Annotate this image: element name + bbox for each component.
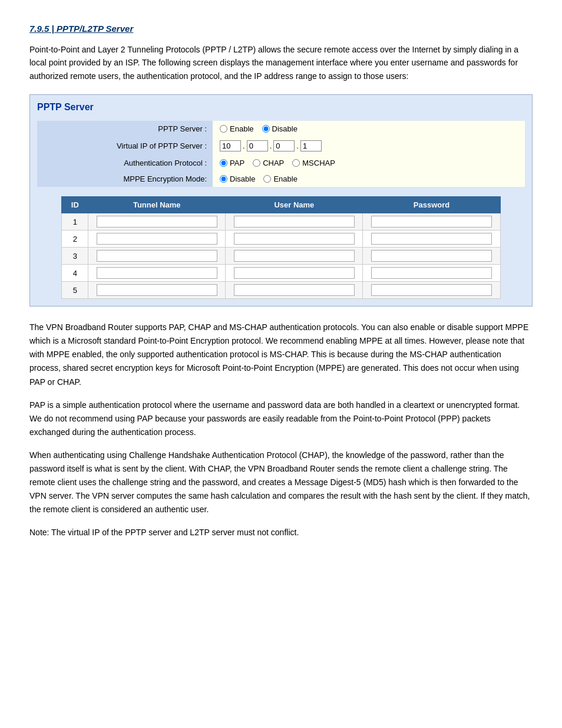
table-row: 3	[62, 248, 500, 265]
ip-sep-1: .	[242, 141, 246, 150]
auth-protocol-label: Authentication Protocol :	[37, 155, 213, 171]
row-password	[363, 230, 500, 248]
mppe-label: MPPE Encryption Mode:	[37, 171, 213, 187]
auth-chap-label: CHAP	[263, 159, 284, 167]
virtual-ip-field-1[interactable]	[220, 140, 241, 151]
row-tunnel	[88, 230, 226, 248]
pptp-server-value: Enable Disable	[213, 121, 525, 137]
table-row: 2	[62, 230, 500, 248]
username-input[interactable]	[234, 267, 355, 279]
table-row: 4	[62, 265, 500, 282]
row-username	[226, 265, 363, 282]
password-input[interactable]	[371, 267, 492, 279]
pptp-enable-label: Enable	[230, 124, 253, 133]
paragraph-2: PAP is a simple authentication protocol …	[29, 398, 533, 439]
paragraph-1: The VPN Broadband Router supports PAP, C…	[29, 321, 533, 388]
row-tunnel	[88, 265, 226, 282]
auth-chap-option[interactable]: CHAP	[253, 159, 284, 167]
section-title: 7.9.5 | PPTP/L2TP Server	[29, 24, 533, 34]
row-id: 1	[62, 213, 88, 230]
table-row: 1	[62, 213, 500, 230]
username-input[interactable]	[234, 250, 355, 262]
row-id: 2	[62, 230, 88, 248]
tunnel-name-input[interactable]	[97, 216, 217, 228]
settings-table: PPTP Server : Enable Disable Virtual IP …	[37, 121, 525, 187]
auth-pap-label: PAP	[230, 159, 244, 167]
user-table: ID Tunnel Name User Name Password 12345	[61, 196, 500, 299]
password-input[interactable]	[371, 250, 492, 262]
password-input[interactable]	[371, 284, 492, 296]
virtual-ip-label: Virtual IP of PPTP Server :	[37, 137, 213, 155]
password-input[interactable]	[371, 216, 492, 228]
auth-chap-radio[interactable]	[253, 159, 260, 167]
username-input[interactable]	[234, 284, 355, 296]
pptp-disable-label: Disable	[272, 124, 297, 133]
mppe-disable-radio[interactable]	[220, 175, 227, 183]
virtual-ip-value: . . .	[213, 137, 525, 155]
row-password	[363, 248, 500, 265]
username-input[interactable]	[234, 216, 355, 228]
row-id: 5	[62, 282, 88, 299]
mppe-enable-option[interactable]: Enable	[263, 174, 297, 183]
virtual-ip-field-4[interactable]	[300, 140, 322, 151]
table-row: 5	[62, 282, 500, 299]
tunnel-name-input[interactable]	[97, 233, 217, 245]
auth-mschap-label: MSCHAP	[302, 159, 335, 167]
pptp-enable-option[interactable]: Enable	[220, 124, 253, 133]
col-tunnel-name: Tunnel Name	[88, 197, 226, 213]
mppe-value: Disable Enable	[213, 171, 525, 187]
username-input[interactable]	[234, 233, 355, 245]
row-password	[363, 265, 500, 282]
row-username	[226, 213, 363, 230]
col-id: ID	[62, 197, 88, 213]
virtual-ip-field-3[interactable]	[273, 140, 295, 151]
pptp-disable-radio[interactable]	[262, 125, 270, 133]
auth-mschap-option[interactable]: MSCHAP	[292, 159, 335, 167]
row-tunnel	[88, 282, 226, 299]
row-tunnel	[88, 213, 226, 230]
auth-mschap-radio[interactable]	[292, 159, 300, 167]
mppe-disable-option[interactable]: Disable	[220, 174, 255, 183]
pptp-server-panel: PPTP Server PPTP Server : Enable Disable	[29, 94, 533, 307]
mppe-enable-radio[interactable]	[263, 175, 271, 183]
row-username	[226, 230, 363, 248]
password-input[interactable]	[371, 233, 492, 245]
pptp-disable-option[interactable]: Disable	[262, 124, 297, 133]
row-id: 3	[62, 248, 88, 265]
tunnel-name-input[interactable]	[97, 284, 217, 296]
paragraph-3: When authenticating using Challenge Hand…	[29, 449, 533, 516]
mppe-disable-label: Disable	[230, 174, 255, 183]
col-password: Password	[363, 197, 500, 213]
auth-protocol-value: PAP CHAP MSCHAP	[213, 155, 525, 171]
row-username	[226, 248, 363, 265]
ip-sep-3: .	[296, 141, 299, 150]
col-user-name: User Name	[226, 197, 363, 213]
row-id: 4	[62, 265, 88, 282]
auth-pap-option[interactable]: PAP	[220, 159, 244, 167]
auth-pap-radio[interactable]	[220, 159, 227, 167]
virtual-ip-field-2[interactable]	[247, 140, 268, 151]
tunnel-name-input[interactable]	[97, 250, 217, 262]
row-password	[363, 282, 500, 299]
intro-text: Point-to-Point and Layer 2 Tunneling Pro…	[29, 43, 533, 83]
mppe-enable-label: Enable	[273, 174, 297, 183]
pptp-enable-radio[interactable]	[220, 125, 227, 133]
panel-title: PPTP Server	[37, 102, 525, 113]
pptp-server-label: PPTP Server :	[37, 121, 213, 137]
tunnel-name-input[interactable]	[97, 267, 217, 279]
row-username	[226, 282, 363, 299]
ip-sep-2: .	[269, 141, 273, 150]
row-password	[363, 213, 500, 230]
note-text: Note: The virtual IP of the PPTP server …	[29, 526, 533, 539]
row-tunnel	[88, 248, 226, 265]
